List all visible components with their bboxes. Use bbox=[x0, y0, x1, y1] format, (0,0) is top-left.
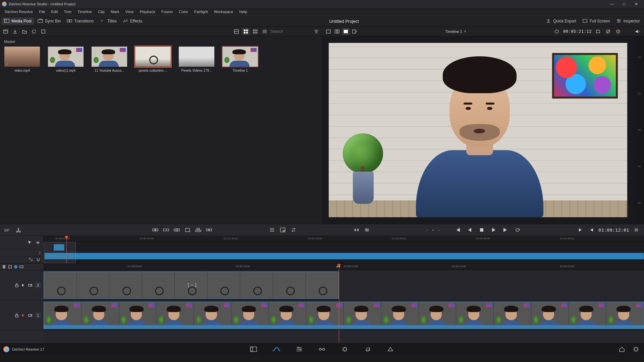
bin-dropdown-icon[interactable] bbox=[2, 28, 9, 35]
timeline-ruler[interactable]: 01:00:08:00 01:00:10:00 01:00:12:00 01:0… bbox=[44, 263, 644, 270]
lock-icon[interactable] bbox=[15, 283, 19, 287]
page-cut-icon[interactable] bbox=[272, 346, 281, 353]
maximize-button[interactable]: □ bbox=[619, 1, 630, 7]
menu-timeline[interactable]: Timeline bbox=[75, 9, 95, 14]
media-pool-toggle[interactable]: Media Pool bbox=[1, 17, 34, 25]
jog-next-icon[interactable]: › bbox=[438, 228, 440, 232]
strip-view-icon[interactable] bbox=[252, 28, 259, 35]
go-first-icon[interactable] bbox=[454, 227, 461, 233]
clip-thumb[interactable]: ♪ 11 Youtube Ausza... bbox=[91, 46, 128, 72]
overview-clip-v1[interactable] bbox=[44, 253, 644, 259]
close-button[interactable]: ✕ bbox=[631, 1, 642, 7]
speaker-icon[interactable] bbox=[21, 313, 25, 317]
clip-thumb[interactable]: ♪ Pexels Videos 279... bbox=[178, 46, 215, 72]
menu-file[interactable]: File bbox=[36, 9, 48, 14]
timeline-menu-icon[interactable] bbox=[633, 227, 640, 233]
color-dot-icon[interactable] bbox=[14, 265, 17, 268]
menu-help[interactable]: Help bbox=[236, 9, 250, 14]
ripple-overwrite-icon[interactable] bbox=[173, 227, 180, 233]
prev-edit-icon[interactable] bbox=[588, 227, 595, 233]
fast-review-icon[interactable] bbox=[353, 227, 360, 233]
page-media-icon[interactable] bbox=[249, 346, 258, 353]
boring-detector-icon[interactable]: |zz² bbox=[4, 227, 11, 233]
inspector-toggle[interactable]: Inspector bbox=[613, 17, 643, 25]
fx-mode-icon[interactable] bbox=[40, 28, 47, 35]
mute-icon[interactable] bbox=[634, 28, 641, 35]
track-header-v2[interactable]: 2 bbox=[0, 270, 44, 300]
trim-handle-icon[interactable]: [ ↔ ] bbox=[188, 283, 196, 287]
swap-icon[interactable] bbox=[290, 227, 297, 233]
menu-mark[interactable]: Mark bbox=[108, 9, 122, 14]
import-folder-icon[interactable] bbox=[21, 28, 28, 35]
quick-export-button[interactable]: Quick Export bbox=[543, 17, 579, 25]
split-clip-icon[interactable] bbox=[15, 227, 22, 233]
source-timecode[interactable]: 00:05:21:12 bbox=[563, 29, 592, 34]
close-up-icon[interactable] bbox=[184, 227, 191, 233]
prev-frame-icon[interactable] bbox=[466, 227, 473, 233]
clip-v2[interactable]: [ ↔ ] bbox=[44, 272, 339, 299]
import-media-icon[interactable] bbox=[11, 28, 19, 35]
marker-tool-icon[interactable] bbox=[2, 265, 6, 269]
jog-prev-icon[interactable]: ‹ bbox=[426, 228, 428, 232]
metadata-view-icon[interactable] bbox=[233, 28, 240, 35]
timeline-body[interactable]: 01:00:08:00 01:00:10:00 01:00:12:00 01:0… bbox=[44, 263, 644, 343]
menu-edit[interactable]: Edit bbox=[49, 9, 61, 14]
clip-thumb[interactable]: Timeline 1 bbox=[221, 46, 259, 72]
smart-insert-icon[interactable] bbox=[152, 227, 159, 233]
chevron-down-icon[interactable]: ▾ bbox=[464, 29, 466, 34]
source-viewer-icon[interactable] bbox=[325, 28, 332, 35]
video-enable-icon[interactable] bbox=[28, 313, 32, 317]
gang-icon[interactable] bbox=[594, 28, 602, 35]
trim-tool-icon[interactable] bbox=[35, 240, 41, 245]
overview-ruler[interactable]: 01:00:00:00 01:00:45:00 01:01:30:00 01:0… bbox=[44, 236, 644, 242]
menu-fairlight[interactable]: Fairlight bbox=[192, 9, 211, 14]
page-fusion-icon[interactable] bbox=[317, 346, 327, 353]
menu-fusion[interactable]: Fusion bbox=[159, 9, 176, 14]
pic-in-pic-icon[interactable] bbox=[279, 227, 286, 233]
jog-dot-icon[interactable]: • bbox=[432, 228, 434, 232]
minimize-button[interactable]: — bbox=[606, 1, 618, 7]
page-color-icon[interactable] bbox=[340, 346, 350, 353]
menu-workspace[interactable]: Workspace bbox=[211, 9, 236, 14]
match-frame-icon[interactable] bbox=[553, 28, 560, 35]
transitions-toggle[interactable]: Transitions bbox=[64, 17, 96, 25]
video-enable-icon[interactable] bbox=[28, 283, 32, 287]
timeline-name-label[interactable]: Timeline 1 bbox=[445, 29, 462, 34]
clip-v1[interactable] bbox=[44, 302, 644, 329]
menu-playback[interactable]: Playback bbox=[137, 9, 158, 14]
selection-tool-icon[interactable] bbox=[27, 240, 33, 245]
page-fairlight-icon[interactable] bbox=[363, 346, 372, 353]
menu-clip[interactable]: Clip bbox=[95, 9, 107, 14]
tools-misc-icon[interactable] bbox=[268, 227, 276, 233]
effects-toggle[interactable]: Effects bbox=[120, 17, 145, 25]
view-opts-icon[interactable] bbox=[19, 265, 23, 269]
menu-view[interactable]: View bbox=[123, 9, 137, 14]
go-last-icon[interactable] bbox=[502, 227, 509, 233]
snap-icon[interactable] bbox=[36, 257, 41, 262]
play-icon[interactable] bbox=[490, 227, 497, 233]
overview-viewport[interactable] bbox=[44, 242, 76, 263]
loop-icon[interactable] bbox=[514, 227, 522, 233]
page-edit-icon[interactable] bbox=[294, 346, 304, 353]
timeline-playhead[interactable] bbox=[339, 263, 339, 343]
bin-name[interactable]: Master bbox=[4, 40, 318, 44]
project-settings-icon[interactable] bbox=[631, 346, 641, 353]
speaker-icon[interactable] bbox=[21, 283, 25, 287]
next-edit-icon[interactable] bbox=[577, 227, 584, 233]
bypass-grades-icon[interactable] bbox=[604, 28, 612, 35]
sync-bin-toggle[interactable]: Sync Bin bbox=[35, 17, 63, 25]
menu-trim[interactable]: Trim bbox=[61, 9, 74, 14]
viewer-canvas[interactable] bbox=[329, 43, 627, 217]
flag-tool-icon[interactable] bbox=[8, 265, 12, 269]
refresh-icon[interactable] bbox=[30, 28, 38, 35]
link-icon[interactable] bbox=[29, 257, 33, 262]
stop-icon[interactable] bbox=[478, 227, 485, 233]
dual-viewer-icon[interactable] bbox=[333, 28, 341, 35]
source-overwrite-icon[interactable] bbox=[205, 227, 213, 233]
track-header-v1[interactable]: 1 bbox=[0, 300, 44, 330]
page-deliver-icon[interactable] bbox=[386, 346, 395, 353]
clip-thumb[interactable]: pexels-cottonbro-... bbox=[134, 46, 172, 72]
clip-thumb[interactable]: ♪ video.mp4 bbox=[3, 46, 41, 72]
overview-body[interactable]: 01:00:00:00 01:00:45:00 01:01:30:00 01:0… bbox=[44, 236, 644, 263]
list-view-icon[interactable] bbox=[261, 28, 268, 35]
